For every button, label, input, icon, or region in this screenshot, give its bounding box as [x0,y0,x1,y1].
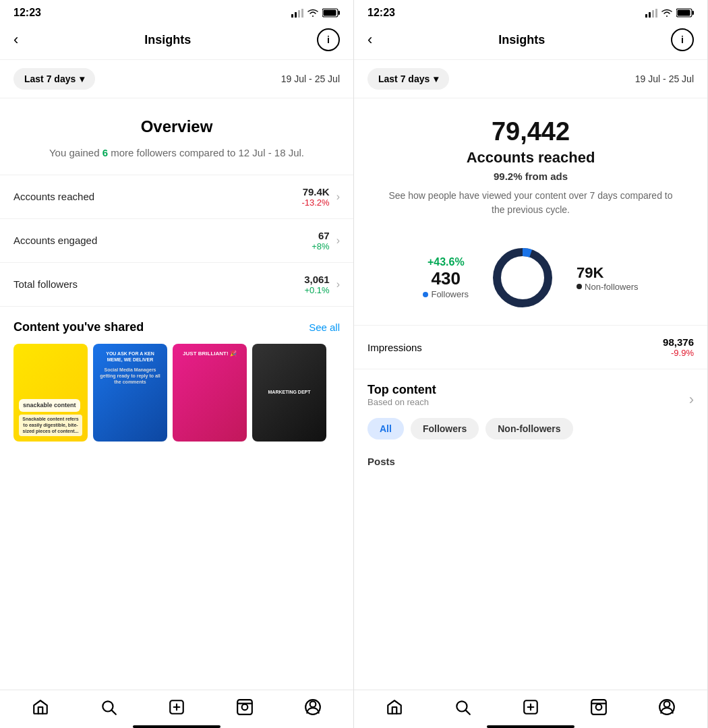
chevron-accounts-engaged: › [336,235,340,247]
stat-row-total-followers[interactable]: Total followers 3,061 +0.1% › [0,262,353,306]
stat-row-accounts-engaged[interactable]: Accounts engaged 67 +8% › [0,218,353,262]
stat-value-accounts-reached: 79.4K [301,186,329,198]
stat-change-accounts-reached: -13.2% [301,198,329,208]
home-indicator-right [487,725,574,728]
svg-point-33 [595,704,601,710]
svg-point-26 [505,260,540,295]
stat-row-accounts-reached[interactable]: Accounts reached 79.4K -13.2% › [0,175,353,218]
nav-home-left[interactable] [32,698,49,716]
nav-add-right[interactable] [522,698,539,716]
top-content-subtitle: Based on reach [367,397,436,407]
header-title-left: Insights [144,33,191,47]
content-right: 79,442 Accounts reached 99.2% from ads S… [354,98,707,690]
donut-section: +43.6% 430 Followers 79K [354,231,707,325]
stat-change-total-followers: +0.1% [304,285,330,295]
thumbnail-3[interactable]: JUST BRILLIANT! 🎉 [173,344,247,442]
status-time-right: 12:23 [367,7,395,19]
thumbnail-4[interactable]: MARKETING DEPT [252,344,326,442]
thumbnail-1[interactable]: snackable content Snackable content refe… [13,344,88,442]
bottom-nav-left [0,690,353,721]
nav-add-left[interactable] [168,698,185,716]
svg-line-28 [466,710,470,715]
content-shared-section: Content you've shared See all snackable … [0,306,353,448]
overview-subtitle: You gained 6 more followers compared to … [13,146,340,161]
svg-point-13 [241,704,247,710]
stat-value-accounts-engaged: 67 [312,230,329,241]
header-right: ‹ Insights i [354,23,707,60]
see-all-link[interactable]: See all [309,322,340,333]
wifi-icon-right [661,9,672,17]
date-filter-row-left: Last 7 days ▾ 19 Jul - 25 Jul [0,60,353,98]
dot-followers [423,292,428,297]
impressions-change: -9.9% [663,348,694,358]
svg-rect-5 [338,11,341,15]
stat-label-accounts-reached: Accounts reached [13,191,94,202]
impressions-value: 98,376 [663,336,694,348]
signal-icon-left [291,9,303,18]
impressions-row[interactable]: Impressions 98,376 -9.9% [354,325,707,369]
top-content-title: Top content [367,383,436,397]
svg-line-8 [112,710,116,715]
overview-section: Overview You gained 6 more followers com… [0,98,353,175]
top-content-chevron[interactable]: › [689,391,694,408]
nav-reels-right[interactable] [590,698,608,716]
svg-rect-3 [301,9,303,18]
date-filter-button-right[interactable]: Last 7 days ▾ [367,68,449,90]
bottom-nav-right [354,690,707,721]
back-button-left[interactable]: ‹ [13,31,18,49]
nav-search-right[interactable] [454,698,471,716]
donut-left: +43.6% 430 Followers [423,256,469,299]
stat-label-accounts-engaged: Accounts engaged [13,235,97,246]
content-shared-title: Content you've shared [13,320,144,334]
svg-rect-12 [237,700,252,715]
donut-nonfollowers-value: 79K [577,264,638,282]
content-left: Overview You gained 6 more followers com… [0,98,353,690]
nav-search-left[interactable] [100,698,117,716]
nav-home-right[interactable] [386,698,403,716]
big-label: Accounts reached [367,149,694,166]
status-time-left: 12:23 [13,7,41,19]
status-bar-right: 12:23 [354,0,707,23]
status-icons-left [291,8,340,18]
pill-followers[interactable]: Followers [411,418,479,439]
date-filter-button-left[interactable]: Last 7 days ▾ [13,68,95,90]
svg-rect-23 [678,10,690,16]
nav-profile-right[interactable] [658,698,676,716]
dot-nonfollowers [577,284,582,289]
donut-right: 79K Non-followers [577,264,638,292]
svg-point-15 [309,701,316,707]
thumbnail-2[interactable]: YOU ASK FOR A KEN MEME, WE DELIVER Socia… [93,344,167,442]
big-number: 79,442 [367,117,694,146]
donut-nonfollowers-label: Non-followers [577,282,638,292]
status-bar-left: 12:23 [0,0,353,23]
svg-rect-19 [652,10,654,18]
back-button-right[interactable]: ‹ [367,31,372,49]
pill-nonfollowers[interactable]: Non-followers [485,418,572,439]
info-button-left[interactable]: i [317,28,340,51]
info-button-right[interactable]: i [671,28,694,51]
stat-label-total-followers: Total followers [13,278,78,290]
date-filter-row-right: Last 7 days ▾ 19 Jul - 25 Jul [354,60,707,98]
pill-all[interactable]: All [367,418,404,439]
donut-chart [489,244,556,311]
svg-rect-1 [295,12,297,18]
posts-label: Posts [354,456,707,467]
svg-rect-17 [645,14,647,18]
battery-icon-right [676,8,694,18]
content-thumbnails: snackable content Snackable content refe… [13,344,340,442]
donut-followers-value: 430 [423,268,469,289]
battery-icon-left [322,8,340,18]
left-panel: 12:23 ‹ Insights i [0,0,354,728]
date-range-left: 19 Jul - 25 Jul [281,73,340,84]
svg-point-35 [663,701,670,707]
overview-title: Overview [13,117,340,136]
nav-reels-left[interactable] [236,698,254,716]
nav-profile-left[interactable] [304,698,322,716]
svg-rect-20 [655,9,657,18]
stat-value-total-followers: 3,061 [304,274,330,285]
header-left: ‹ Insights i [0,23,353,60]
top-content-section: Top content Based on reach › All Followe… [354,369,707,456]
chevron-accounts-reached: › [336,191,340,203]
date-range-right: 19 Jul - 25 Jul [635,73,694,84]
header-title-right: Insights [498,33,545,47]
